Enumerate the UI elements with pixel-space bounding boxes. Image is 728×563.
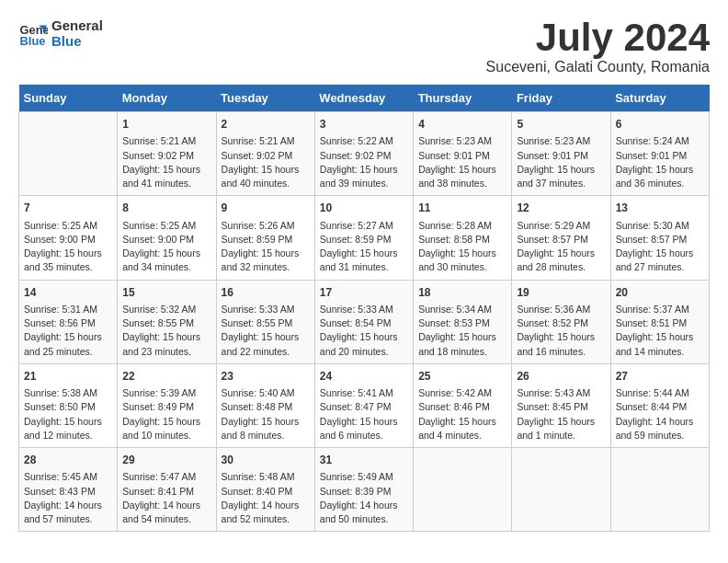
day-number: 17 xyxy=(320,285,408,301)
logo-line1: General xyxy=(51,18,103,34)
day-info: Sunrise: 5:32 AM Sunset: 8:55 PM Dayligh… xyxy=(122,303,210,359)
subtitle: Suceveni, Galati County, Romania xyxy=(486,59,710,75)
day-info: Sunrise: 5:40 AM Sunset: 8:48 PM Dayligh… xyxy=(222,386,310,442)
day-info: Sunrise: 5:24 AM Sunset: 9:01 PM Dayligh… xyxy=(616,134,704,190)
calendar-cell: 17Sunrise: 5:33 AM Sunset: 8:54 PM Dayli… xyxy=(314,280,413,363)
day-number: 14 xyxy=(24,285,112,301)
calendar-cell: 9Sunrise: 5:26 AM Sunset: 8:59 PM Daylig… xyxy=(216,196,314,280)
column-header-tuesday: Tuesday xyxy=(216,85,314,112)
calendar-cell: 15Sunrise: 5:32 AM Sunset: 8:55 PM Dayli… xyxy=(118,280,216,363)
header: General Blue General Blue July 2024 Suce… xyxy=(18,18,710,75)
day-info: Sunrise: 5:21 AM Sunset: 9:02 PM Dayligh… xyxy=(222,134,310,190)
day-info: Sunrise: 5:42 AM Sunset: 8:46 PM Dayligh… xyxy=(418,386,506,442)
day-info: Sunrise: 5:43 AM Sunset: 8:45 PM Dayligh… xyxy=(517,386,605,442)
calendar-cell: 2Sunrise: 5:21 AM Sunset: 9:02 PM Daylig… xyxy=(216,112,314,196)
calendar-cell: 20Sunrise: 5:37 AM Sunset: 8:51 PM Dayli… xyxy=(610,280,709,363)
day-info: Sunrise: 5:48 AM Sunset: 8:40 PM Dayligh… xyxy=(222,470,310,526)
calendar-cell xyxy=(610,448,709,532)
day-number: 11 xyxy=(418,201,506,216)
calendar-cell: 4Sunrise: 5:23 AM Sunset: 9:01 PM Daylig… xyxy=(414,112,512,196)
calendar-cell: 29Sunrise: 5:47 AM Sunset: 8:41 PM Dayli… xyxy=(118,448,216,532)
column-header-thursday: Thursday xyxy=(414,85,512,112)
day-info: Sunrise: 5:26 AM Sunset: 8:59 PM Dayligh… xyxy=(222,219,310,275)
calendar-cell: 8Sunrise: 5:25 AM Sunset: 9:00 PM Daylig… xyxy=(118,196,216,280)
calendar-header-row: SundayMondayTuesdayWednesdayThursdayFrid… xyxy=(19,85,710,112)
day-number: 19 xyxy=(517,285,605,301)
calendar-cell: 31Sunrise: 5:49 AM Sunset: 8:39 PM Dayli… xyxy=(314,448,413,532)
logo-icon: General Blue xyxy=(18,19,48,49)
calendar-cell: 28Sunrise: 5:45 AM Sunset: 8:43 PM Dayli… xyxy=(19,448,118,532)
calendar-cell: 13Sunrise: 5:30 AM Sunset: 8:57 PM Dayli… xyxy=(610,196,709,280)
day-info: Sunrise: 5:36 AM Sunset: 8:52 PM Dayligh… xyxy=(517,303,605,359)
day-info: Sunrise: 5:22 AM Sunset: 9:02 PM Dayligh… xyxy=(320,134,408,190)
day-number: 29 xyxy=(122,453,210,468)
calendar-cell: 14Sunrise: 5:31 AM Sunset: 8:56 PM Dayli… xyxy=(19,280,118,363)
calendar-week-row: 21Sunrise: 5:38 AM Sunset: 8:50 PM Dayli… xyxy=(19,363,710,447)
calendar-cell: 6Sunrise: 5:24 AM Sunset: 9:01 PM Daylig… xyxy=(610,112,709,196)
day-info: Sunrise: 5:33 AM Sunset: 8:55 PM Dayligh… xyxy=(222,303,310,359)
calendar-week-row: 14Sunrise: 5:31 AM Sunset: 8:56 PM Dayli… xyxy=(19,280,710,363)
svg-text:Blue: Blue xyxy=(20,34,46,48)
column-header-saturday: Saturday xyxy=(610,85,709,112)
day-number: 2 xyxy=(222,117,310,132)
day-info: Sunrise: 5:27 AM Sunset: 8:59 PM Dayligh… xyxy=(320,219,408,275)
day-number: 15 xyxy=(122,285,210,301)
calendar-cell: 5Sunrise: 5:23 AM Sunset: 9:01 PM Daylig… xyxy=(512,112,610,196)
day-number: 27 xyxy=(616,369,704,385)
day-number: 30 xyxy=(222,453,310,468)
day-info: Sunrise: 5:49 AM Sunset: 8:39 PM Dayligh… xyxy=(320,470,408,526)
day-number: 13 xyxy=(616,201,704,216)
logo: General Blue General Blue xyxy=(18,18,103,49)
calendar-cell: 22Sunrise: 5:39 AM Sunset: 8:49 PM Dayli… xyxy=(118,363,216,447)
calendar-cell: 10Sunrise: 5:27 AM Sunset: 8:59 PM Dayli… xyxy=(314,196,413,280)
calendar-cell: 19Sunrise: 5:36 AM Sunset: 8:52 PM Dayli… xyxy=(512,280,610,363)
calendar-cell: 21Sunrise: 5:38 AM Sunset: 8:50 PM Dayli… xyxy=(19,363,118,447)
day-number: 4 xyxy=(418,117,506,132)
day-number: 6 xyxy=(616,117,704,132)
day-info: Sunrise: 5:39 AM Sunset: 8:49 PM Dayligh… xyxy=(122,386,210,442)
day-info: Sunrise: 5:28 AM Sunset: 8:58 PM Dayligh… xyxy=(418,219,506,275)
column-header-wednesday: Wednesday xyxy=(314,85,413,112)
calendar-cell: 3Sunrise: 5:22 AM Sunset: 9:02 PM Daylig… xyxy=(314,112,413,196)
calendar-cell: 1Sunrise: 5:21 AM Sunset: 9:02 PM Daylig… xyxy=(118,112,216,196)
day-info: Sunrise: 5:31 AM Sunset: 8:56 PM Dayligh… xyxy=(24,303,112,359)
day-info: Sunrise: 5:34 AM Sunset: 8:53 PM Dayligh… xyxy=(418,303,506,359)
day-info: Sunrise: 5:45 AM Sunset: 8:43 PM Dayligh… xyxy=(24,470,112,526)
day-number: 1 xyxy=(122,117,210,132)
day-number: 31 xyxy=(320,453,408,468)
day-number: 9 xyxy=(222,201,310,216)
day-info: Sunrise: 5:44 AM Sunset: 8:44 PM Dayligh… xyxy=(616,386,704,442)
calendar-cell: 27Sunrise: 5:44 AM Sunset: 8:44 PM Dayli… xyxy=(610,363,709,447)
calendar-cell: 18Sunrise: 5:34 AM Sunset: 8:53 PM Dayli… xyxy=(414,280,512,363)
day-number: 5 xyxy=(517,117,605,132)
column-header-friday: Friday xyxy=(512,85,610,112)
day-number: 10 xyxy=(320,201,408,216)
day-info: Sunrise: 5:23 AM Sunset: 9:01 PM Dayligh… xyxy=(418,134,506,190)
calendar-cell: 24Sunrise: 5:41 AM Sunset: 8:47 PM Dayli… xyxy=(314,363,413,447)
calendar-cell: 7Sunrise: 5:25 AM Sunset: 9:00 PM Daylig… xyxy=(19,196,118,280)
day-number: 8 xyxy=(122,201,210,216)
logo-line2: Blue xyxy=(51,34,103,50)
calendar-cell: 11Sunrise: 5:28 AM Sunset: 8:58 PM Dayli… xyxy=(414,196,512,280)
title-area: July 2024 Suceveni, Galati County, Roman… xyxy=(486,18,710,75)
day-info: Sunrise: 5:33 AM Sunset: 8:54 PM Dayligh… xyxy=(320,303,408,359)
day-number: 23 xyxy=(222,369,310,385)
day-number: 25 xyxy=(418,369,506,385)
day-info: Sunrise: 5:38 AM Sunset: 8:50 PM Dayligh… xyxy=(24,386,112,442)
day-number: 26 xyxy=(517,369,605,385)
day-number: 18 xyxy=(418,285,506,301)
calendar-week-row: 1Sunrise: 5:21 AM Sunset: 9:02 PM Daylig… xyxy=(19,112,710,196)
calendar-week-row: 28Sunrise: 5:45 AM Sunset: 8:43 PM Dayli… xyxy=(19,448,710,532)
day-number: 21 xyxy=(24,369,112,385)
day-number: 22 xyxy=(122,369,210,385)
day-number: 12 xyxy=(517,201,605,216)
main-title: July 2024 xyxy=(486,18,710,57)
day-number: 16 xyxy=(222,285,310,301)
day-info: Sunrise: 5:37 AM Sunset: 8:51 PM Dayligh… xyxy=(616,303,704,359)
calendar-cell: 26Sunrise: 5:43 AM Sunset: 8:45 PM Dayli… xyxy=(512,363,610,447)
calendar-cell: 16Sunrise: 5:33 AM Sunset: 8:55 PM Dayli… xyxy=(216,280,314,363)
column-header-monday: Monday xyxy=(118,85,216,112)
calendar-cell xyxy=(512,448,610,532)
day-number: 3 xyxy=(320,117,408,132)
calendar-cell: 12Sunrise: 5:29 AM Sunset: 8:57 PM Dayli… xyxy=(512,196,610,280)
